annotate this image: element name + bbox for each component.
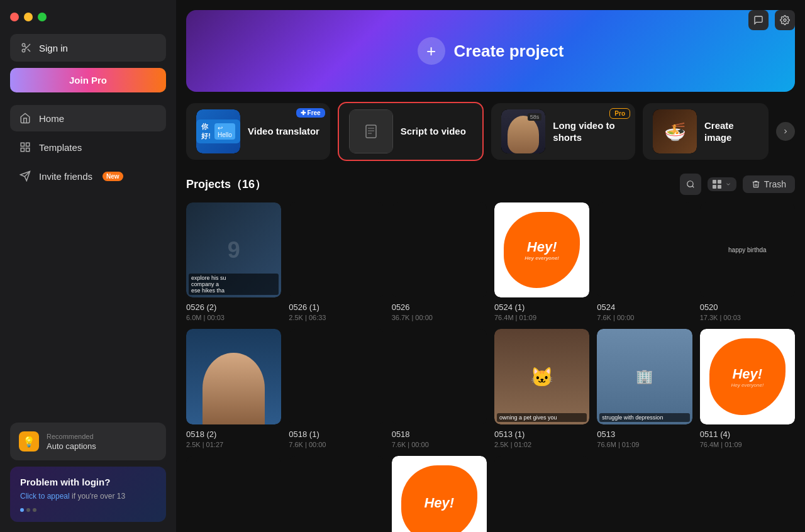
project-meta: 36.7K | 00:00 <box>392 314 487 321</box>
project-name: 0524 (1) <box>494 302 589 312</box>
svg-rect-5 <box>21 143 24 146</box>
problem-card-dots <box>20 508 156 512</box>
dot-3 <box>33 508 36 512</box>
templates-icon <box>19 141 31 153</box>
appeal-link[interactable]: Click to appeal <box>20 492 70 501</box>
project-thumb <box>289 202 384 297</box>
project-name: 0518 (2) <box>186 429 281 439</box>
project-item[interactable]: happy birthda 0520 17.3K | 00:03 <box>700 202 795 321</box>
project-name: 0524 <box>597 302 692 312</box>
tool-long-to-shorts[interactable]: 58s Long video to shorts Pro <box>491 103 635 160</box>
project-item[interactable]: 🏢 struggle with depression 0513 76.6M | … <box>597 329 692 448</box>
project-item[interactable]: Hey! 0509 <box>392 456 487 532</box>
problem-card[interactable]: Problem with login? Click to appeal if y… <box>10 467 166 522</box>
pro-badge: Pro <box>609 108 630 119</box>
svg-rect-6 <box>26 143 30 146</box>
project-item[interactable]: 🐱 owning a pet gives you 0513 (1) 2.5K |… <box>494 329 589 448</box>
traffic-lights <box>10 10 166 21</box>
project-thumb <box>289 456 384 532</box>
project-item[interactable]: 0518 7.6K | 00:00 <box>392 329 487 448</box>
project-thumb <box>186 456 281 532</box>
project-name: 0513 (1) <box>494 429 589 439</box>
project-name: 0511 (4) <box>700 429 795 439</box>
projects-actions: Trash <box>680 174 795 195</box>
problem-card-title: Problem with login? <box>20 477 156 487</box>
tool-video-translator[interactable]: 你好! ↩ Hello Video translator ✚ Free <box>186 103 330 160</box>
svg-line-17 <box>692 186 694 188</box>
project-item[interactable]: 9 explore his sucompany aese hikes tha 0… <box>186 202 281 321</box>
tool-info-shorts: Long video to shorts <box>553 119 625 144</box>
project-item[interactable]: 0518 (1) 7.6K | 00:00 <box>289 329 384 448</box>
maximize-button[interactable] <box>38 13 47 21</box>
close-button[interactable] <box>10 13 19 21</box>
minimize-button[interactable] <box>24 13 33 21</box>
search-button[interactable] <box>680 174 701 195</box>
tool-create-image[interactable]: 🍜 Create image <box>643 103 769 160</box>
sidebar-item-label: Templates <box>39 142 82 153</box>
project-meta: 7.6K | 00:00 <box>392 441 487 448</box>
project-item[interactable]: 0526 (1) 2.5K | 06:33 <box>289 202 384 321</box>
lightbulb-icon: 💡 <box>19 431 39 452</box>
project-thumb: 9 explore his sucompany aese hikes tha <box>186 202 281 297</box>
new-badge: New <box>103 172 123 181</box>
tool-script-to-video[interactable]: Script to video <box>338 102 484 161</box>
create-project-label: Create project <box>454 42 564 61</box>
project-meta: 7.6K | 00:00 <box>597 314 692 321</box>
project-meta: 7.6K | 00:00 <box>289 441 384 448</box>
create-project-banner[interactable]: + Create project <box>186 10 795 92</box>
join-pro-button[interactable]: Join Pro <box>10 68 166 92</box>
view-toggle-button[interactable] <box>708 177 736 191</box>
svg-point-16 <box>687 181 692 187</box>
tool-thumb-shorts: 58s <box>501 109 545 153</box>
project-item[interactable]: 0526 36.7K | 00:00 <box>392 202 487 321</box>
project-item[interactable]: 0508 <box>494 456 589 532</box>
sign-in-button[interactable]: Sign in <box>10 34 166 62</box>
sidebar-item-home[interactable]: Home <box>10 105 166 131</box>
trash-icon <box>752 180 760 189</box>
home-icon <box>19 112 31 125</box>
overlay-text: explore his sucompany aese hikes tha <box>189 274 279 295</box>
trash-button[interactable]: Trash <box>743 175 795 193</box>
tool-info-image: Create image <box>704 119 758 144</box>
svg-point-1 <box>22 49 25 52</box>
sidebar-bottom: 💡 Recommended Auto captions Problem with… <box>10 423 166 522</box>
project-meta: 2.5K | 01:02 <box>494 441 589 448</box>
overlay-text: owning a pet gives you <box>497 413 587 422</box>
project-thumb: Hey! Hey everyone! <box>700 329 795 424</box>
project-name: 0520 <box>700 302 795 312</box>
project-item[interactable]: 0511 <box>186 456 281 532</box>
problem-card-text: Click to appeal if you're over 13 <box>20 491 156 502</box>
project-item[interactable]: 0510 <box>289 456 384 532</box>
sidebar-item-label: Invite friends <box>39 171 92 182</box>
project-item[interactable]: Hey! Hey everyone! 0511 (4) 76.4M | 01:0… <box>700 329 795 448</box>
sign-in-label: Sign in <box>39 43 68 53</box>
tool-thumb-image: 🍜 <box>653 109 697 153</box>
script-thumb <box>349 109 393 153</box>
invite-icon <box>19 170 31 182</box>
plus-icon: + <box>418 37 445 65</box>
project-item[interactable]: Hey! Hey everyone! 0524 (1) 76.4M | 01:0… <box>494 202 589 321</box>
project-thumb: 🐱 owning a pet gives you <box>494 329 589 424</box>
project-name: 0526 <box>392 302 487 312</box>
project-thumb <box>392 329 487 424</box>
sidebar-item-templates[interactable]: Templates <box>10 134 166 160</box>
project-thumb <box>392 202 487 297</box>
project-thumb <box>494 456 589 532</box>
project-item[interactable]: 0518 (2) 2.5K | 01:27 <box>186 329 281 448</box>
project-meta: 76.6M | 01:09 <box>597 441 692 448</box>
recommended-card[interactable]: 💡 Recommended Auto captions <box>10 423 166 460</box>
grid-view-icon <box>713 180 721 189</box>
project-meta: 76.4M | 01:09 <box>700 441 795 448</box>
create-project-button[interactable]: + Create project <box>418 37 564 65</box>
sidebar-item-invite[interactable]: Invite friends New <box>10 163 166 189</box>
project-item[interactable]: 0524 7.6K | 00:00 <box>597 202 692 321</box>
chat-icon-button[interactable] <box>748 10 769 30</box>
svg-line-3 <box>28 49 30 52</box>
tools-next-button[interactable] <box>776 122 795 141</box>
projects-title: Projects（16） <box>186 177 266 192</box>
project-thumb: Hey! <box>392 456 487 532</box>
settings-icon-button[interactable] <box>775 10 795 30</box>
sidebar: Sign in Join Pro Home Templates <box>0 0 176 532</box>
overlay-text: struggle with depression <box>599 413 689 422</box>
dot-2 <box>26 508 30 512</box>
